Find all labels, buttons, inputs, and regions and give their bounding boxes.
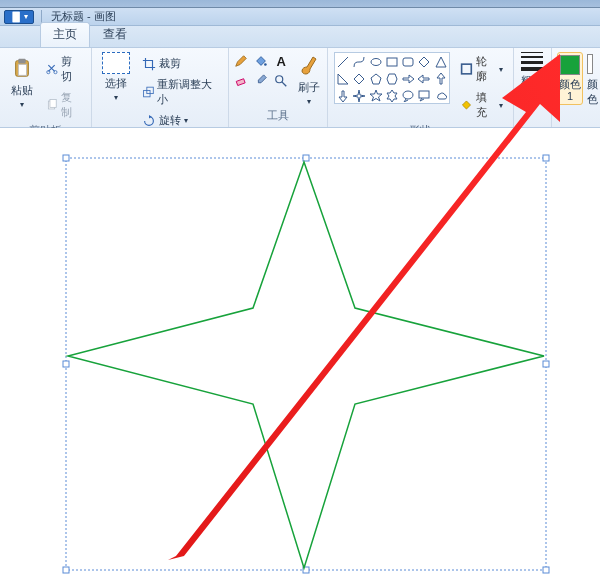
brushes-button[interactable]: 刷子 ▾	[294, 52, 324, 106]
shape-pentagon[interactable]	[367, 70, 383, 87]
clipboard-icon	[11, 55, 33, 81]
group-colors: 颜色 1 颜色	[552, 48, 600, 127]
cut-button[interactable]: 剪切	[42, 52, 85, 86]
size-button[interactable]: 粗细 ▾	[520, 52, 545, 99]
svg-marker-21	[354, 74, 364, 84]
tab-view[interactable]: 查看	[90, 22, 140, 47]
copy-label: 复制	[61, 90, 81, 120]
svg-marker-22	[371, 74, 381, 84]
group-label-tools: 工具	[267, 107, 289, 125]
color1-button[interactable]: 颜色 1	[557, 52, 583, 105]
svg-marker-25	[370, 90, 382, 101]
title-bar	[0, 0, 600, 8]
tab-home[interactable]: 主页	[40, 22, 90, 47]
file-icon	[10, 10, 24, 24]
svg-point-11	[264, 63, 267, 66]
svg-rect-16	[387, 58, 397, 66]
svg-marker-19	[436, 57, 446, 67]
group-size: 粗细 ▾	[514, 48, 552, 127]
shape-rtriangle[interactable]	[335, 70, 351, 87]
select-label: 选择	[105, 76, 127, 91]
crop-icon	[142, 57, 156, 71]
canvas-area[interactable]	[0, 128, 600, 578]
shape-polygon[interactable]	[416, 53, 432, 70]
svg-point-15	[371, 58, 381, 65]
text-tool[interactable]: A	[272, 52, 290, 70]
crop-button[interactable]: 裁剪	[138, 54, 223, 73]
shape-curve[interactable]	[351, 53, 367, 70]
eraser-tool[interactable]	[232, 72, 250, 90]
shape-arrow-u[interactable]	[433, 70, 449, 87]
selection-rect	[66, 158, 546, 570]
color2-button[interactable]: 颜色	[587, 52, 595, 107]
pencil-icon	[234, 54, 248, 68]
tools-grid: A	[232, 52, 290, 90]
svg-rect-17	[403, 58, 413, 66]
shape-5star[interactable]	[367, 87, 383, 104]
magnifier-icon	[274, 74, 288, 88]
shape-rect[interactable]	[384, 53, 400, 70]
shape-triangle[interactable]	[433, 53, 449, 70]
selection-handles	[63, 155, 549, 573]
scissors-icon	[46, 62, 59, 76]
group-label-colors	[574, 110, 577, 125]
svg-marker-23	[387, 74, 397, 84]
group-image: 选择 ▾ 裁剪 重新调整大小 旋转 ▾ 图像	[92, 48, 229, 127]
fill-label: 填充	[476, 90, 496, 120]
color2-label: 颜色	[587, 77, 598, 107]
shape-arrow-d[interactable]	[335, 87, 351, 104]
shape-callout-cloud[interactable]	[433, 87, 449, 104]
svg-rect-34	[543, 361, 549, 367]
shape-hexagon[interactable]	[384, 70, 400, 87]
drawn-four-point-star	[68, 162, 544, 568]
shape-6star[interactable]	[384, 87, 400, 104]
bucket-icon	[254, 54, 268, 68]
select-button[interactable]: 选择 ▾	[98, 52, 133, 102]
resize-icon	[142, 85, 155, 99]
copy-button: 复制	[42, 88, 85, 122]
shape-callout-rect[interactable]	[416, 87, 432, 104]
svg-rect-12	[236, 79, 245, 86]
paste-button[interactable]: 粘贴 ▾	[6, 52, 38, 112]
ribbon-tabs: 主页 查看	[0, 26, 600, 48]
svg-marker-20	[338, 74, 348, 84]
shape-arrow-r[interactable]	[400, 70, 416, 87]
svg-rect-33	[63, 361, 69, 367]
paste-label: 粘贴	[11, 83, 33, 98]
brushes-label: 刷子	[298, 80, 320, 95]
rotate-icon	[142, 114, 156, 128]
svg-rect-35	[63, 567, 69, 573]
shape-line[interactable]	[335, 53, 351, 70]
fill-tool[interactable]	[252, 52, 270, 70]
shape-diamond[interactable]	[351, 70, 367, 87]
shape-arrow-l[interactable]	[416, 70, 432, 87]
shape-callout-round[interactable]	[400, 87, 416, 104]
pencil-tool[interactable]	[232, 52, 250, 70]
svg-rect-8	[50, 99, 56, 107]
cut-label: 剪切	[61, 54, 81, 84]
shape-roundrect[interactable]	[400, 53, 416, 70]
shape-4star[interactable]	[351, 87, 367, 104]
svg-point-13	[276, 76, 283, 83]
svg-rect-37	[543, 567, 549, 573]
resize-button[interactable]: 重新调整大小	[138, 75, 223, 109]
app-menu-button[interactable]: ▾	[4, 10, 34, 24]
shapes-gallery[interactable]	[334, 52, 450, 104]
svg-line-14	[338, 57, 348, 67]
eyedropper-icon	[254, 74, 268, 88]
fill-button[interactable]: 填充 ▾	[456, 88, 507, 122]
color2-swatch	[587, 54, 593, 74]
copy-icon	[46, 98, 59, 112]
resize-label: 重新调整大小	[157, 77, 218, 107]
svg-rect-4	[18, 64, 26, 75]
group-shapes: 轮廓 ▾ 填充 ▾ 形状	[328, 48, 514, 127]
brush-icon	[297, 52, 321, 78]
color1-label: 颜色 1	[559, 78, 581, 102]
shape-oval[interactable]	[367, 53, 383, 70]
picker-tool[interactable]	[252, 72, 270, 90]
magnifier-tool[interactable]	[272, 72, 290, 90]
svg-rect-29	[461, 64, 471, 74]
size-lines-icon	[521, 52, 543, 71]
svg-rect-30	[63, 155, 69, 161]
outline-button[interactable]: 轮廓 ▾	[456, 52, 507, 86]
